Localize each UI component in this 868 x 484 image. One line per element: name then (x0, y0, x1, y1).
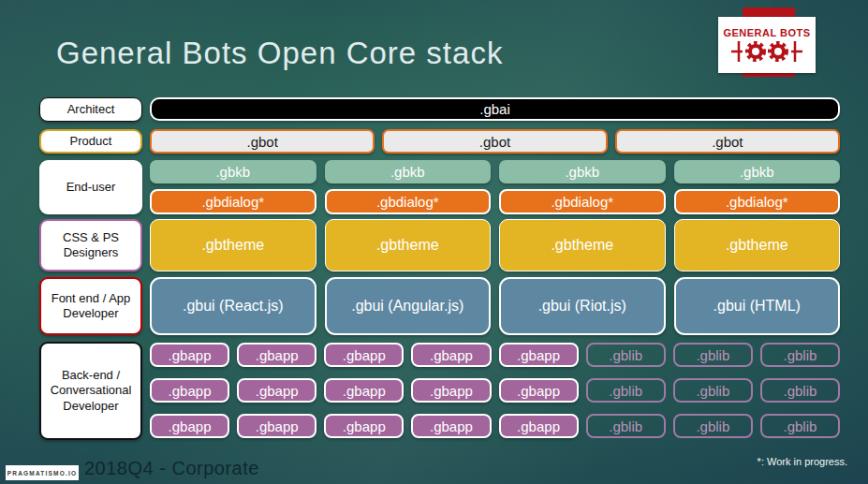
gbtheme-box: .gbtheme (499, 219, 666, 271)
gears-icon (730, 39, 803, 64)
gbapp-box: .gbapp (237, 378, 316, 403)
gblib-box: .gblib (586, 378, 666, 403)
gblib-box: .gblib (586, 343, 666, 367)
gbapp-box: .gbapp (150, 343, 229, 367)
row-gbui: .gbui (React.js) .gbui (Angular.js) .gbu… (150, 277, 840, 335)
row-gbkb: .gbkb .gbkb .gbkb .gbkb (150, 160, 840, 183)
gbai-box: .gbai (150, 97, 840, 121)
footer-edition-text: 2018Q4 - Corporate (84, 458, 259, 479)
gbapp-box: .gbapp (411, 343, 491, 367)
logo-brand-text: GENERAL BOTS (723, 27, 810, 38)
gbapp-box: .gbapp (324, 343, 404, 367)
gbot-box: .gbot (615, 129, 840, 154)
gbui-angular-box: .gbui (Angular.js) (325, 277, 492, 335)
gblib-box: .gblib (586, 414, 666, 438)
footer-wip-note: *: Work in progress. (758, 456, 847, 467)
gblib-box: .gblib (673, 343, 753, 367)
role-label-frontend-app-developer: Font end / App Developer (39, 277, 142, 335)
gbdialog-box: .gbdialog* (499, 189, 666, 214)
row-gbai: .gbai (150, 97, 840, 121)
gbdialog-box: .gbdialog* (325, 189, 492, 214)
row-gbapp-1: .gbapp .gbapp .gbapp .gbapp .gbapp .gbli… (150, 343, 840, 367)
gbui-react-box: .gbui (React.js) (150, 277, 316, 335)
gbapp-box: .gbapp (499, 378, 579, 403)
gblib-box: .gblib (760, 414, 840, 438)
gbapp-box: .gbapp (499, 343, 579, 367)
gblib-box: .gblib (760, 378, 840, 403)
gbdialog-box: .gbdialog* (674, 189, 841, 214)
gbkb-box: .gbkb (674, 160, 841, 183)
gbapp-box: .gbapp (237, 343, 316, 367)
gbapp-box: .gbapp (324, 378, 404, 403)
role-label-end-user: End-user (39, 160, 142, 214)
gbot-box: .gbot (150, 129, 375, 154)
gblib-box: .gblib (673, 414, 753, 438)
role-label-product: Product (39, 129, 142, 154)
row-gbdialog: .gbdialog* .gbdialog* .gbdialog* .gbdial… (150, 189, 840, 214)
row-gbot: .gbot .gbot .gbot (150, 129, 840, 154)
gbkb-box: .gbkb (325, 160, 492, 183)
gbtheme-box: .gbtheme (674, 219, 841, 271)
gbui-html-box: .gbui (HTML) (674, 277, 841, 335)
pragmatismo-logo: PRAGMATISMO.IO (6, 465, 79, 480)
gbapp-box: .gbapp (150, 378, 229, 403)
role-label-architect: Architect (39, 97, 142, 122)
gbapp-box: .gbapp (324, 414, 404, 438)
gblib-box: .gblib (760, 343, 840, 367)
row-gbapp-3: .gbapp .gbapp .gbapp .gbapp .gbapp .gbli… (150, 414, 840, 438)
gbapp-box: .gbapp (411, 414, 491, 438)
gbdialog-box: .gbdialog* (150, 189, 316, 214)
role-label-backend-conversational-developer: Back-end / Conversational Developer (39, 342, 142, 440)
gbapp-box: .gbapp (150, 414, 229, 438)
row-gbapp-2: .gbapp .gbapp .gbapp .gbapp .gbapp .gbli… (150, 378, 840, 403)
gbtheme-box: .gbtheme (150, 219, 316, 271)
gbtheme-box: .gbtheme (325, 219, 492, 271)
gbot-box: .gbot (382, 129, 607, 154)
gbkb-box: .gbkb (499, 160, 666, 183)
gbapp-box: .gbapp (499, 414, 579, 438)
row-gbtheme: .gbtheme .gbtheme .gbtheme .gbtheme (150, 219, 840, 271)
gbui-riot-box: .gbui (Riot.js) (499, 277, 666, 335)
gblib-box: .gblib (673, 378, 753, 403)
role-label-css-ps-designers: CSS & PS Designers (39, 219, 142, 271)
gbkb-box: .gbkb (150, 160, 316, 183)
general-bots-logo: GENERAL BOTS (718, 17, 816, 73)
page-title: General Bots Open Core stack (56, 36, 503, 71)
slide: General Bots Open Core stack GENERAL BOT… (0, 0, 868, 484)
gbapp-box: .gbapp (411, 378, 491, 403)
gbapp-box: .gbapp (237, 414, 316, 438)
